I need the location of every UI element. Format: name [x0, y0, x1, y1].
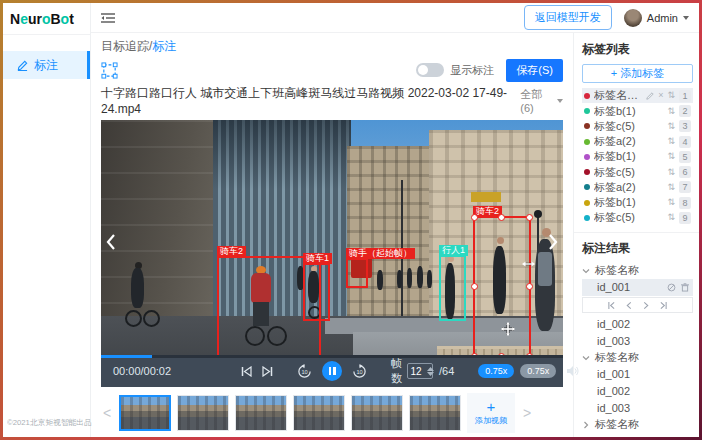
video-progress-bar[interactable] [101, 355, 563, 358]
speed-pill-inactive[interactable]: 0.75x [520, 364, 556, 378]
scene-building-beige [347, 146, 433, 320]
label-order-badge: 9 [679, 212, 691, 224]
chevron-down-icon [683, 16, 689, 20]
trash-icon[interactable] [681, 283, 689, 292]
scene-pedestrian [417, 266, 423, 288]
sort-icon[interactable]: ⇅ [667, 168, 675, 177]
resize-handle[interactable] [498, 214, 505, 221]
label-order-badge: 1 [679, 90, 691, 102]
add-label-button[interactable]: + 添加标签 [582, 64, 693, 83]
breadcrumb-parent[interactable]: 目标追踪 [101, 39, 149, 53]
annotation-box[interactable]: 骑手（起始帧） [346, 258, 368, 288]
bounding-box-tool-icon[interactable] [101, 62, 118, 79]
prev-frame-button[interactable] [241, 366, 252, 377]
result-item[interactable]: id_003 [582, 400, 693, 417]
filmstrip: < + 添加视频 > [101, 387, 563, 437]
video-thumbnail[interactable] [235, 395, 287, 431]
label-row[interactable]: 标签b(1) ⇅ 8 [582, 195, 693, 210]
edit-icon[interactable] [646, 92, 654, 100]
annotation-box[interactable]: 行人1 [439, 255, 466, 321]
sidebar-item-annotate[interactable]: 标注 [3, 51, 90, 79]
label-row[interactable]: 标签a(2) ⇅ 4 [582, 134, 693, 149]
last-frame-icon[interactable] [660, 302, 667, 309]
label-row[interactable]: 标签名字最长数... × ⇅ 1 [582, 88, 693, 103]
result-item[interactable]: id_001 [582, 366, 693, 383]
annotation-toolbar: 显示标注 保存(S) [101, 58, 563, 82]
label-name: 标签c(5) [594, 210, 663, 225]
show-annotation-toggle[interactable] [416, 63, 444, 77]
result-item[interactable]: id_003 [582, 332, 693, 349]
logo-letter: B [50, 11, 60, 27]
speed-pill-active[interactable]: 0.75x [478, 364, 514, 378]
video-thumbnail[interactable] [177, 395, 229, 431]
label-row[interactable]: 标签a(2) ⇅ 7 [582, 180, 693, 195]
sort-icon[interactable]: ⇅ [667, 91, 675, 100]
main-area: 目标追踪/标注 显示标注 保存(S) 十字路口路口行人 城市交通上下班高峰斑马线… [91, 33, 573, 437]
result-group-header[interactable]: 标签名称 [582, 263, 693, 279]
forward-10-button[interactable]: 10 [352, 364, 367, 379]
user-menu[interactable]: Admin [624, 9, 689, 27]
sort-icon[interactable]: ⇅ [667, 213, 675, 222]
delete-icon[interactable]: × [658, 91, 663, 100]
label-row[interactable]: 标签c(5) ⇅ 3 [582, 119, 693, 134]
annotation-filter-dropdown[interactable]: 全部(6) [520, 87, 563, 114]
label-row[interactable]: 标签c(5) ⇅ 9 [582, 210, 693, 225]
filmstrip-prev-arrow[interactable]: < [101, 405, 113, 421]
logo-letter: o [42, 11, 51, 27]
first-frame-icon[interactable] [608, 302, 615, 309]
sort-icon[interactable]: ⇅ [667, 152, 675, 161]
sort-icon[interactable]: ⇅ [667, 198, 675, 207]
resize-handle[interactable] [471, 283, 478, 290]
video-thumbnail[interactable] [293, 395, 345, 431]
sort-icon[interactable]: ⇅ [667, 137, 675, 146]
prev-frame-icon[interactable] [626, 302, 632, 309]
pencil-icon [17, 60, 28, 71]
prev-video-arrow[interactable] [103, 228, 119, 256]
next-frame-icon[interactable] [643, 302, 649, 309]
save-button[interactable]: 保存(S) [506, 59, 563, 82]
video-thumbnail-selected[interactable] [119, 395, 171, 431]
sort-icon[interactable]: ⇅ [667, 107, 675, 116]
resize-handle[interactable] [471, 214, 478, 221]
label-order-badge: 6 [679, 166, 691, 178]
result-group-header[interactable]: 标签名称 [582, 417, 693, 433]
label-color-dot [584, 184, 590, 190]
scene-pedestrian [377, 270, 383, 290]
next-video-arrow[interactable] [545, 228, 561, 256]
result-group-header[interactable]: 标签名称 [582, 349, 693, 365]
menu-fold-icon[interactable] [101, 12, 115, 24]
back-to-model-dev-button[interactable]: 返回模型开发 [524, 5, 612, 30]
breadcrumb: 目标追踪/标注 [101, 33, 563, 58]
label-row[interactable]: 标签b(1) ⇅ 5 [582, 149, 693, 164]
label-color-dot [584, 169, 590, 175]
filmstrip-next-arrow[interactable]: > [521, 405, 533, 421]
app-logo: NeuroBot [3, 3, 90, 35]
result-item[interactable]: id_002 [582, 315, 693, 332]
next-frame-button[interactable] [262, 366, 273, 377]
chevron-down-icon [557, 99, 563, 103]
scene-pedestrian [397, 270, 402, 288]
chevron-right-icon [582, 421, 590, 429]
video-frame[interactable]: 骑车2 骑车1 骑手（起始帧） 行人1 骑车2 [101, 120, 563, 355]
sort-icon[interactable]: ⇅ [667, 183, 675, 192]
label-row[interactable]: 标签c(5) ⇅ 6 [582, 164, 693, 179]
rewind-10-button[interactable]: 10 [297, 364, 312, 379]
hide-icon[interactable] [667, 283, 676, 292]
label-color-dot [584, 200, 590, 206]
label-name: 标签c(5) [594, 165, 663, 180]
label-name: 标签c(5) [594, 119, 663, 134]
label-row[interactable]: 标签b(1) ⇅ 2 [582, 103, 693, 118]
annotation-box-label: 骑车1 [303, 253, 332, 264]
volume-icon[interactable] [566, 365, 579, 377]
video-thumbnail[interactable] [351, 395, 403, 431]
frame-stepper[interactable] [427, 367, 434, 376]
result-item-selected[interactable]: id_001 [582, 279, 693, 296]
result-item[interactable]: id_002 [582, 383, 693, 400]
pause-button[interactable] [322, 361, 342, 381]
panel-divider [574, 232, 699, 233]
sort-icon[interactable]: ⇅ [667, 122, 675, 131]
add-video-button[interactable]: + 添加视频 [467, 393, 515, 433]
result-group-name: 标签名称 [595, 417, 639, 432]
annotation-box[interactable]: 骑车1 [303, 263, 330, 321]
video-thumbnail[interactable] [409, 395, 461, 431]
